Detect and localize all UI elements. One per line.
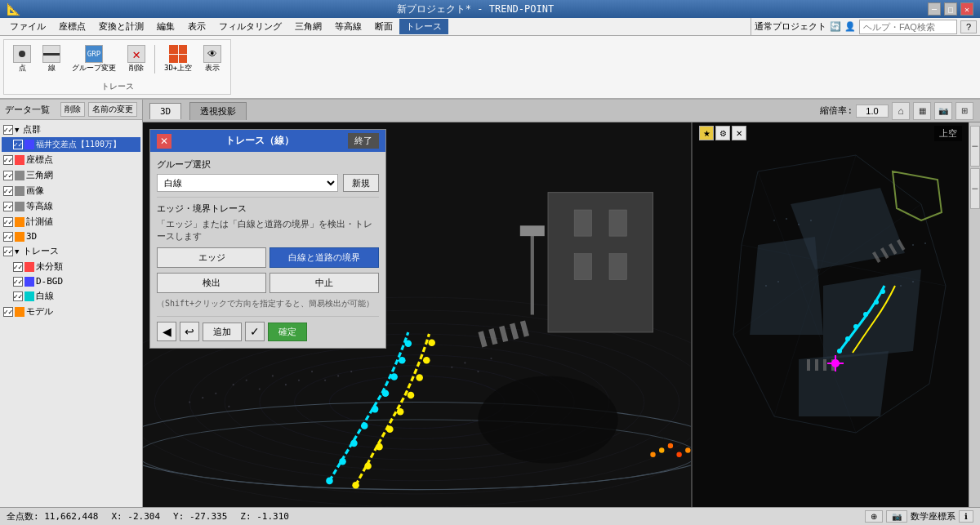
svg-point-55	[246, 380, 247, 381]
menu-transform[interactable]: 変換と計測	[92, 19, 150, 34]
zoom-camera-button[interactable]: 📷	[934, 102, 952, 120]
coords-checkbox[interactable]: ✓	[3, 155, 13, 165]
zoom-home-button[interactable]: ⌂	[892, 102, 910, 120]
menu-contour[interactable]: 等高線	[328, 19, 368, 34]
boundary-button[interactable]: 白線と道路の境界	[270, 247, 379, 268]
model-checkbox[interactable]: ✓	[3, 307, 13, 317]
points-checkbox[interactable]: ✓	[3, 125, 13, 135]
view-3d[interactable]: X Y Z	[143, 122, 691, 507]
sidebar-item-fukui[interactable]: ✓ 福井交差点【1100万】	[2, 137, 140, 152]
detect-button[interactable]: 検出	[157, 273, 266, 293]
overhead-close-button[interactable]: ✕	[732, 126, 746, 140]
group-new-button[interactable]: 新規	[343, 174, 379, 192]
sidebar-item-triangle[interactable]: ✓ 三角網	[2, 167, 140, 183]
toolbar-delete-button[interactable]: ✕ 削除	[123, 42, 149, 77]
sidebar-item-dbgd[interactable]: ✓ D-BGD	[2, 274, 140, 288]
menu-triangle[interactable]: 三角網	[288, 19, 328, 34]
minimize-button[interactable]: ─	[928, 2, 941, 16]
3d-checkbox[interactable]: ✓	[3, 232, 13, 242]
svg-point-107	[912, 281, 914, 283]
triangle-checkbox[interactable]: ✓	[3, 171, 13, 180]
points-expand-icon[interactable]: ▼	[15, 126, 23, 134]
dbgd-checkbox[interactable]: ✓	[13, 277, 23, 287]
maximize-button[interactable]: □	[944, 2, 957, 16]
undo-button[interactable]: ↩	[180, 322, 199, 341]
coord-system-btn-1[interactable]: ⊕	[865, 510, 883, 523]
toolbar-display-button[interactable]: 👁 表示	[199, 42, 225, 77]
help-search-input[interactable]	[859, 20, 957, 34]
close-button[interactable]: ✕	[960, 2, 973, 16]
sidebar-item-unsorted[interactable]: ✓ 未分類	[2, 259, 140, 274]
menu-section[interactable]: 断面	[368, 19, 399, 34]
sidebar-item-model[interactable]: ✓ モデル	[2, 304, 140, 319]
sidebar-rename-button[interactable]: 名前の変更	[88, 102, 137, 117]
toolbar-line-button[interactable]: 線	[38, 42, 65, 77]
contour-checkbox[interactable]: ✓	[3, 202, 13, 211]
sidebar-item-image[interactable]: ✓ 画像	[2, 183, 140, 198]
svg-point-102	[765, 285, 767, 287]
coord-system-btn-2[interactable]: 📷	[886, 510, 907, 523]
svg-rect-45	[531, 227, 534, 314]
sidebar-item-coords[interactable]: ✓ 座標点	[2, 152, 140, 167]
sidebar-item-points[interactable]: ✓ ▼ 点群	[2, 122, 140, 137]
trace-panel-close-button[interactable]: ✕	[157, 134, 172, 149]
tab-projection[interactable]: 透視投影	[189, 102, 247, 120]
group-select-dropdown[interactable]: 白線	[157, 174, 338, 192]
overhead-settings-button[interactable]: ⚙	[715, 126, 730, 140]
edge-button[interactable]: エッジ	[157, 247, 266, 268]
zoom-layers-button[interactable]: ▦	[913, 102, 931, 120]
menu-coords[interactable]: 座標点	[52, 19, 92, 34]
toolbar-group-change-button[interactable]: GRP グループ変更	[68, 42, 120, 77]
right-tools: | |	[969, 122, 980, 507]
tab-3d[interactable]: 3D	[149, 103, 181, 119]
trace-expand-icon[interactable]: ▼	[15, 247, 23, 256]
svg-point-105	[924, 242, 926, 244]
zoom-grid-button[interactable]: ⊞	[956, 102, 973, 120]
trace-panel-end-button[interactable]: 終了	[348, 133, 379, 149]
3d-grid-icon	[169, 45, 187, 63]
sidebar-item-3d[interactable]: ✓ 3D	[2, 229, 140, 243]
whiteline-checkbox[interactable]: ✓	[13, 291, 23, 301]
top-right-area: 通常プロジェクト 🔄 👤 ?	[751, 18, 980, 36]
menu-file[interactable]: ファイル	[3, 19, 52, 34]
view-overhead[interactable]: 上空 ★ ⚙ ✕	[691, 122, 969, 507]
survey-label: 計測値	[26, 216, 53, 228]
status-z: Z: -1.310	[240, 511, 289, 522]
coord-info-btn[interactable]: ℹ	[959, 510, 973, 523]
svg-rect-14	[574, 254, 591, 280]
svg-point-41	[659, 447, 664, 452]
menu-edit[interactable]: 編集	[150, 19, 181, 34]
overhead-star-button[interactable]: ★	[699, 126, 714, 140]
check-button[interactable]: ✓	[245, 322, 265, 341]
sidebar-item-trace[interactable]: ✓ ▼ トレース	[2, 243, 140, 259]
svg-point-93	[863, 312, 868, 317]
panel-divider-1	[157, 197, 379, 198]
sidebar-item-survey[interactable]: ✓ 計測値	[2, 214, 140, 229]
back-button[interactable]: ◀	[157, 322, 176, 341]
image-checkbox[interactable]: ✓	[3, 186, 13, 196]
right-tool-2[interactable]: |	[970, 168, 980, 209]
svg-rect-11	[548, 193, 653, 332]
survey-checkbox[interactable]: ✓	[3, 217, 13, 227]
sidebar-delete-button[interactable]: 削除	[60, 102, 85, 117]
add-button[interactable]: 追加	[203, 323, 242, 341]
toolbar-3d-button[interactable]: 3D+上空	[160, 42, 196, 77]
help-button[interactable]: ?	[960, 20, 977, 33]
unsorted-checkbox[interactable]: ✓	[13, 262, 23, 272]
sidebar-item-whiteline[interactable]: ✓ 白線	[2, 288, 140, 304]
svg-point-101	[810, 220, 812, 221]
toolbar-point-button[interactable]: 点	[9, 42, 35, 77]
menu-filter[interactable]: フィルタリング	[212, 19, 288, 34]
menu-trace[interactable]: トレース	[399, 19, 448, 34]
stop-button[interactable]: 中止	[270, 273, 379, 293]
trace-checkbox[interactable]: ✓	[3, 247, 13, 256]
menu-view[interactable]: 表示	[181, 19, 212, 34]
right-tool-1[interactable]: |	[970, 126, 980, 167]
finalize-button[interactable]: 確定	[268, 323, 307, 341]
svg-point-37	[423, 357, 430, 364]
sidebar-item-contour[interactable]: ✓ 等高線	[2, 198, 140, 214]
zoom-input[interactable]	[856, 105, 889, 118]
points-label: 点群	[23, 123, 41, 136]
trace-label: トレース	[23, 245, 59, 257]
fukui-checkbox[interactable]: ✓	[13, 140, 23, 149]
